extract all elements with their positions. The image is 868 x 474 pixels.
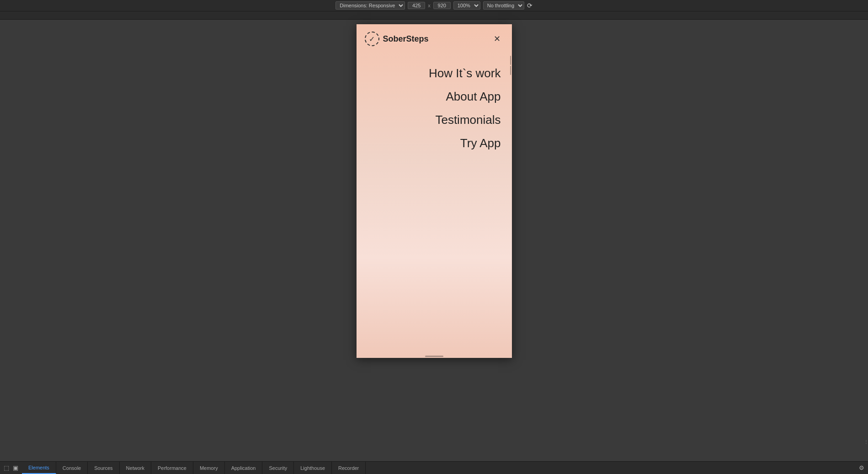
dimension-select[interactable]: Dimensions: Responsive [335,1,405,10]
logo-text: SoberSteps [383,34,429,44]
close-button[interactable]: ✕ [491,32,504,45]
tab-elements[interactable]: Elements [22,462,56,474]
resize-handle[interactable] [357,354,512,358]
zoom-select[interactable]: 100% [453,1,480,10]
nav-menu: How It`s work About App Testimonials Try… [357,53,512,163]
main-area: ✓ SoberSteps ✕ How It`s work About App T… [0,20,868,461]
dimension-separator: x [428,3,431,8]
tab-memory[interactable]: Memory [193,462,225,474]
width-input[interactable] [408,2,425,9]
devtools-left-icons: ⬚ ▣ [0,464,22,471]
scrollbar-line [510,66,511,75]
throttle-select[interactable]: No throttling [483,1,524,10]
nav-item-try-app[interactable]: Try App [367,133,501,154]
devtools-toolbar: ⬚ ▣ Elements Console Sources Network Per… [0,461,868,474]
tab-lighthouse[interactable]: Lighthouse [294,462,332,474]
devtools-right: ⚙ [859,464,868,471]
scrollbar-line [510,56,511,65]
tab-application[interactable]: Application [225,462,263,474]
tab-security[interactable]: Security [262,462,294,474]
tab-performance[interactable]: Performance [151,462,193,474]
device-icon[interactable]: ▣ [13,464,18,471]
checkmark-icon: ✓ [369,35,375,43]
tab-recorder[interactable]: Recorder [332,462,366,474]
ruler-area [0,11,868,20]
nav-logo: ✓ SoberSteps [365,32,429,46]
nav-item-testimonials[interactable]: Testimonials [367,109,501,131]
right-resize-handle[interactable]: ⋮ [864,435,868,448]
nav-item-about-app[interactable]: About App [367,86,501,107]
resize-dots [425,356,443,357]
browser-toolbar: Dimensions: Responsive x 100% No throttl… [0,0,868,11]
settings-icon[interactable]: ⚙ [859,464,864,471]
mobile-frame: ✓ SoberSteps ✕ How It`s work About App T… [357,24,512,358]
tab-sources[interactable]: Sources [88,462,119,474]
tab-console[interactable]: Console [56,462,88,474]
nav-bar: ✓ SoberSteps ✕ [357,24,512,53]
tab-network[interactable]: Network [120,462,151,474]
height-input[interactable] [433,2,451,9]
nav-item-how-it-works[interactable]: How It`s work [367,63,501,84]
toolbar-center: Dimensions: Responsive x 100% No throttl… [335,1,533,10]
logo-icon: ✓ [365,32,379,46]
inspect-icon[interactable]: ⬚ [4,464,9,471]
rotate-icon[interactable]: ⟳ [527,2,533,9]
